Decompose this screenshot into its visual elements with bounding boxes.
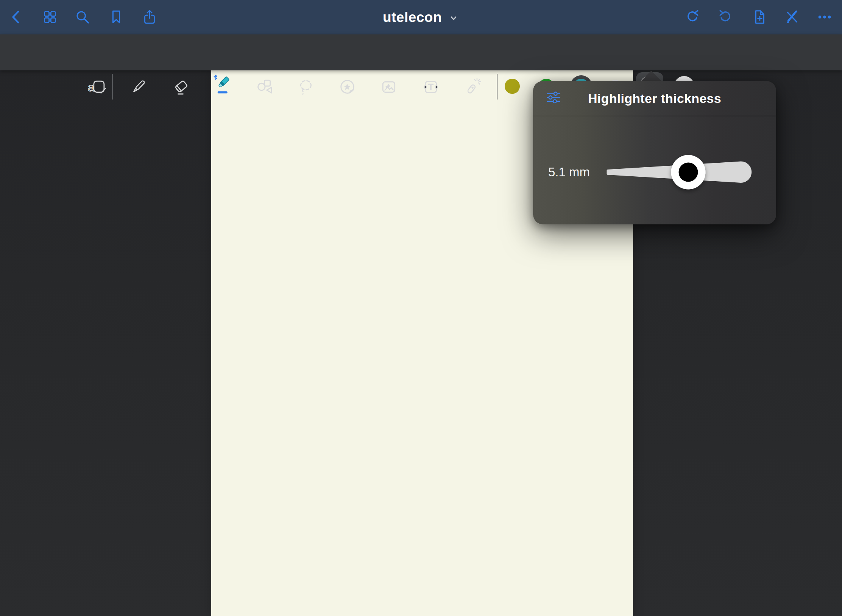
svg-text:a: a (88, 81, 94, 93)
text-icon (421, 77, 441, 97)
top-navigation-bar: utelecon (0, 0, 842, 34)
tool-eraser[interactable] (171, 77, 191, 97)
more-options-button[interactable] (816, 8, 833, 26)
popover-arrow (641, 71, 662, 81)
ellipsis-icon (816, 8, 833, 26)
undo-button[interactable] (683, 8, 701, 26)
tool-sticker[interactable] (338, 77, 357, 97)
thickness-slider[interactable] (533, 81, 776, 224)
tool-shapes[interactable] (255, 77, 275, 97)
bluetooth-icon (214, 75, 217, 79)
tools-toolbar: a (0, 34, 842, 70)
highlighter-icon (212, 75, 232, 94)
laser-pointer-icon (463, 77, 482, 97)
shapes-icon (255, 77, 275, 97)
eraser-icon (171, 77, 191, 97)
image-icon (379, 77, 399, 97)
document-title[interactable]: utelecon (383, 9, 442, 25)
notes-app: utelecon (0, 0, 842, 616)
add-page-icon (750, 8, 768, 26)
redo-icon (717, 8, 734, 26)
tool-laser-pointer[interactable] (463, 77, 482, 97)
tool-pen[interactable] (128, 77, 148, 97)
redo-button[interactable] (717, 8, 734, 26)
lasso-icon (296, 77, 316, 97)
chevron-down-icon (448, 13, 459, 24)
sticker-icon (338, 77, 357, 97)
tool-highlighter-selected[interactable] (212, 75, 235, 97)
pen-icon (128, 77, 148, 97)
highlighter-thickness-popover: Highlighter thickness 5.1 mm (533, 81, 776, 224)
tool-image[interactable] (379, 77, 399, 97)
toolbar-separator (497, 74, 497, 100)
tool-lasso[interactable] (296, 77, 316, 97)
pen-mode-toggle-button[interactable] (783, 8, 801, 26)
undo-icon (683, 8, 701, 26)
tool-zoom-window[interactable]: a (87, 77, 107, 97)
zoom-window-icon: a (87, 77, 107, 97)
document-title-group[interactable]: utelecon (0, 0, 842, 34)
toolbar-separator (112, 74, 113, 100)
crossed-pen-icon (783, 8, 801, 26)
add-page-button[interactable] (750, 8, 768, 26)
tool-text[interactable] (421, 77, 441, 97)
color-swatch-yellow[interactable] (505, 79, 520, 94)
slider-knob[interactable] (671, 155, 706, 190)
